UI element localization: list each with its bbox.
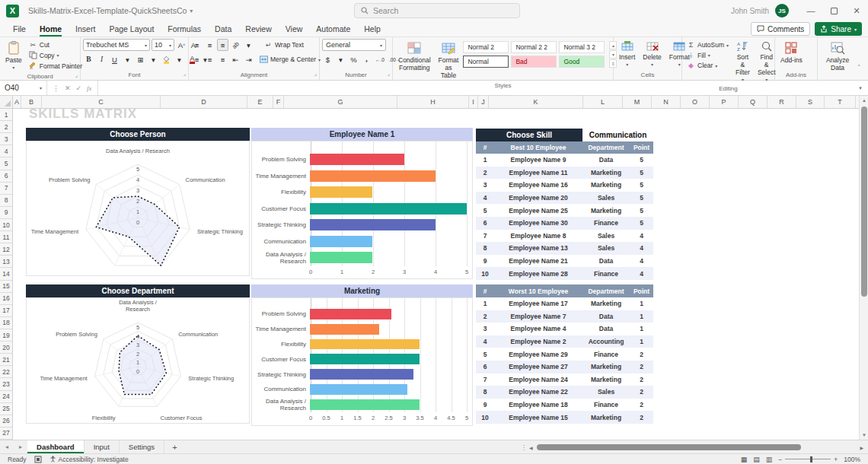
row-header-16[interactable]: 16 (0, 293, 12, 305)
borders-button[interactable]: ⊞ (135, 53, 146, 65)
bar-4[interactable] (310, 354, 420, 364)
chevron-down-icon[interactable]: ▾ (243, 39, 254, 51)
bar-5[interactable] (310, 369, 413, 380)
table-cell[interactable]: 2 (630, 348, 653, 361)
conditional-formatting-button[interactable]: Conditional Formatting (395, 39, 434, 73)
menu-tab-file[interactable]: File (6, 21, 33, 37)
bar-3[interactable] (310, 186, 372, 198)
table-cell[interactable]: 8 (476, 242, 494, 255)
sheet-tab-dashboard[interactable]: Dashboard (27, 440, 85, 453)
row-header-27[interactable]: 27 (0, 427, 12, 440)
table-cell[interactable]: Employee Name 7 (494, 310, 582, 323)
row-header-22[interactable]: 22 (0, 366, 12, 378)
comments-button[interactable]: Comments (751, 22, 810, 36)
row-header-12[interactable]: 12 (0, 243, 12, 256)
table-cell[interactable]: 2 (630, 386, 653, 399)
row-header-26[interactable]: 26 (0, 415, 12, 427)
close-button[interactable]: ✕ (845, 0, 868, 21)
fill-button[interactable]: ⤓ Fill ▾ (685, 50, 731, 60)
table-cell[interactable]: Marketing (582, 167, 630, 180)
bar-7[interactable] (310, 399, 420, 410)
row-header-7[interactable]: 7 (0, 183, 12, 195)
share-button[interactable]: Share ▾ (815, 22, 862, 36)
row-header-4[interactable]: 4 (0, 145, 12, 157)
menu-tab-view[interactable]: View (279, 21, 310, 37)
table-cell[interactable]: Sales (582, 242, 630, 255)
copy-button[interactable]: Copy ▾ (27, 50, 85, 60)
bar-2[interactable] (310, 324, 379, 335)
vertical-scrollbar[interactable]: ▲ ▼ (859, 96, 868, 440)
macro-record-icon[interactable] (34, 456, 42, 463)
table-cell[interactable]: 4 (476, 335, 494, 348)
insert-cells-button[interactable]: Insert ▾ (616, 39, 638, 68)
column-header-Q[interactable]: Q (739, 96, 767, 108)
collapse-ribbon-icon[interactable]: ⌃ (857, 64, 861, 73)
table-cell[interactable]: 5 (630, 192, 653, 205)
bar-chart-marketing[interactable]: 00.511.522.533.544.55Problem SolvingTime… (251, 297, 473, 426)
bar-chart-employee[interactable]: 012345Problem SolvingTime ManagementFlex… (251, 141, 473, 279)
row-header-10[interactable]: 10 (0, 219, 12, 231)
clear-button[interactable]: ◆ Clear ▾ (685, 61, 731, 70)
table-cell[interactable]: Data (582, 323, 630, 335)
restore-button[interactable] (822, 0, 845, 21)
hscroll-left-icon[interactable]: ◀ (529, 445, 533, 450)
autosum-button[interactable]: Σ AutoSum ▾ (685, 40, 731, 49)
table-cell[interactable]: 2 (630, 373, 653, 386)
column-header-L[interactable]: L (583, 96, 623, 108)
number-format-select[interactable]: General ▾ (322, 39, 386, 51)
table-cell[interactable]: Marketing (582, 204, 630, 217)
grow-font-button[interactable]: A˄ (176, 39, 187, 51)
column-header-G[interactable]: G (284, 96, 397, 108)
cut-button[interactable]: ✂ Cut (27, 40, 85, 49)
table-cell[interactable]: Marketing (582, 373, 630, 386)
table-cell[interactable]: 10 (476, 267, 494, 280)
choose-department-selector[interactable]: Choose Department (26, 284, 250, 297)
table-cell[interactable]: 1 (630, 335, 653, 348)
table-cell[interactable]: Accounting (582, 335, 630, 348)
fx-icon[interactable]: fx (87, 84, 92, 92)
scroll-up-icon[interactable]: ▲ (860, 96, 868, 105)
bold-button[interactable]: B (83, 53, 94, 65)
menu-tab-insert[interactable]: Insert (69, 21, 102, 37)
table-cell[interactable]: Employee Name 22 (494, 386, 582, 399)
table-cell[interactable]: Employee Name 4 (494, 323, 582, 335)
zoom-handle[interactable] (810, 456, 812, 462)
add-sheet-button[interactable]: + (164, 443, 184, 452)
row-header-21[interactable]: 21 (0, 354, 12, 366)
cancel-icon[interactable]: ✕ (65, 84, 71, 92)
name-box[interactable]: O40 ▾ (0, 81, 47, 95)
row-header-9[interactable]: 9 (0, 207, 12, 219)
table-cell[interactable]: 1 (630, 297, 653, 310)
horizontal-scroll-thumb[interactable] (537, 444, 801, 450)
table-cell[interactable]: Marketing (582, 179, 630, 192)
row-header-2[interactable]: 2 (0, 121, 12, 133)
table-cell[interactable]: 5 (476, 204, 494, 217)
horizontal-scrollbar[interactable] (535, 444, 858, 450)
column-header-N[interactable]: N (652, 96, 681, 108)
table-cell[interactable]: 9 (476, 399, 494, 412)
paste-button[interactable]: Paste ▾ (2, 39, 25, 72)
row-header-13[interactable]: 13 (0, 256, 12, 268)
zoom-slider[interactable]: − + (778, 456, 838, 463)
table-cell[interactable]: Employee Name 21 (494, 255, 582, 268)
accessibility-status[interactable]: Accessibility: Investigate (49, 456, 129, 463)
column-header-O[interactable]: O (681, 96, 710, 108)
chevron-down-icon[interactable]: ▾ (148, 53, 159, 65)
wrap-text-button[interactable]: ↵ Wrap Text (262, 40, 306, 49)
choose-skill-selector[interactable]: Choose Skill (476, 129, 582, 141)
table-cell[interactable]: Finance (582, 267, 630, 280)
table-cell[interactable]: 5 (630, 154, 653, 167)
table-cell[interactable]: Employee Name 27 (494, 361, 582, 373)
avatar[interactable]: JS (775, 4, 789, 17)
sheet-nav-left-icon[interactable]: ◂ (0, 443, 14, 450)
table-cell[interactable]: Sales (582, 386, 630, 399)
table-cell[interactable]: Finance (582, 217, 630, 230)
table-cell[interactable]: 2 (630, 361, 653, 373)
row-header-24[interactable]: 24 (0, 391, 12, 403)
table-cell[interactable]: 3 (476, 323, 494, 335)
menu-tab-page-layout[interactable]: Page Layout (102, 21, 161, 37)
table-cell[interactable]: Data (582, 310, 630, 323)
radar-chart-department[interactable]: 543210Data Analysis /ResearchCommunicati… (26, 297, 250, 424)
table-cell[interactable]: 7 (476, 230, 494, 243)
bar-5[interactable] (310, 219, 436, 230)
